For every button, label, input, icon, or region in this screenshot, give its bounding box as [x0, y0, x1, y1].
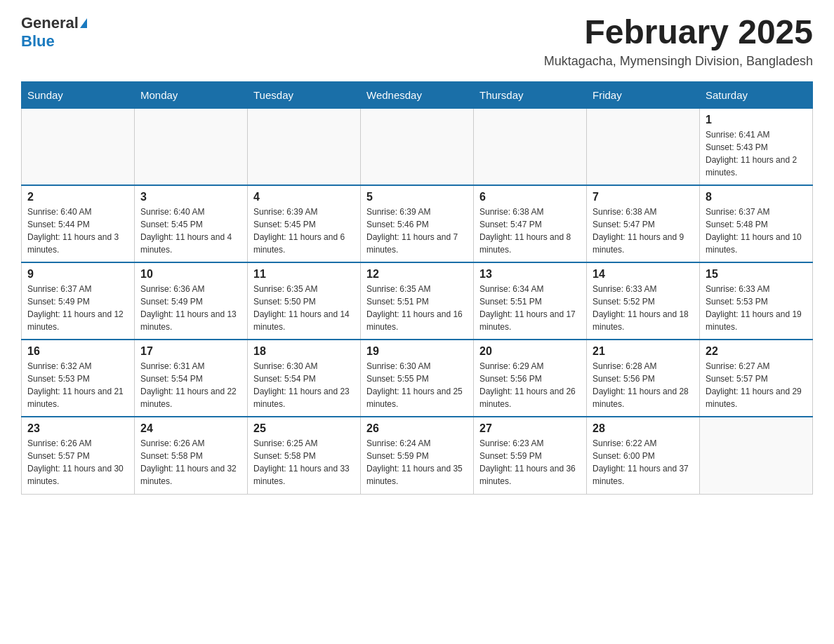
- column-header-wednesday: Wednesday: [361, 81, 474, 108]
- day-number: 12: [366, 268, 468, 281]
- calendar-cell: 5Sunrise: 6:39 AMSunset: 5:46 PMDaylight…: [361, 185, 474, 262]
- day-number: 25: [253, 422, 355, 435]
- calendar-cell: 13Sunrise: 6:34 AMSunset: 5:51 PMDayligh…: [474, 262, 587, 340]
- calendar-cell: [474, 108, 587, 185]
- day-number: 22: [706, 345, 807, 358]
- day-info: Sunrise: 6:29 AMSunset: 5:56 PMDaylight:…: [479, 360, 581, 410]
- day-info: Sunrise: 6:40 AMSunset: 5:45 PMDaylight:…: [140, 206, 241, 256]
- calendar-cell: [135, 108, 248, 185]
- day-number: 3: [140, 191, 241, 203]
- day-info: Sunrise: 6:30 AMSunset: 5:55 PMDaylight:…: [366, 360, 468, 410]
- calendar-cell: 6Sunrise: 6:38 AMSunset: 5:47 PMDaylight…: [474, 185, 587, 262]
- day-number: 19: [366, 345, 468, 358]
- day-info: Sunrise: 6:36 AMSunset: 5:49 PMDaylight:…: [140, 283, 241, 333]
- day-info: Sunrise: 6:28 AMSunset: 5:56 PMDaylight:…: [593, 360, 694, 410]
- day-info: Sunrise: 6:34 AMSunset: 5:51 PMDaylight:…: [479, 283, 581, 333]
- calendar-header-row: SundayMondayTuesdayWednesdayThursdayFrid…: [22, 81, 813, 108]
- calendar-cell: [361, 108, 474, 185]
- calendar-cell: 14Sunrise: 6:33 AMSunset: 5:52 PMDayligh…: [587, 262, 700, 340]
- calendar-cell: 7Sunrise: 6:38 AMSunset: 5:47 PMDaylight…: [587, 185, 700, 262]
- day-number: 28: [593, 422, 694, 435]
- location-text: Muktagacha, Mymensingh Division, Banglad…: [544, 54, 813, 69]
- calendar-cell: 25Sunrise: 6:25 AMSunset: 5:58 PMDayligh…: [248, 417, 361, 494]
- day-info: Sunrise: 6:27 AMSunset: 5:57 PMDaylight:…: [706, 360, 807, 410]
- day-info: Sunrise: 6:22 AMSunset: 6:00 PMDaylight:…: [593, 437, 694, 488]
- calendar-cell: 9Sunrise: 6:37 AMSunset: 5:49 PMDaylight…: [22, 262, 135, 340]
- day-number: 16: [27, 345, 128, 358]
- day-number: 21: [593, 345, 694, 358]
- day-number: 26: [366, 422, 468, 435]
- day-info: Sunrise: 6:33 AMSunset: 5:53 PMDaylight:…: [706, 283, 807, 333]
- calendar-cell: 23Sunrise: 6:26 AMSunset: 5:57 PMDayligh…: [22, 417, 135, 494]
- day-info: Sunrise: 6:31 AMSunset: 5:54 PMDaylight:…: [140, 360, 241, 410]
- calendar-cell: 26Sunrise: 6:24 AMSunset: 5:59 PMDayligh…: [361, 417, 474, 494]
- calendar-cell: 18Sunrise: 6:30 AMSunset: 5:54 PMDayligh…: [248, 340, 361, 417]
- calendar-cell: 2Sunrise: 6:40 AMSunset: 5:44 PMDaylight…: [22, 185, 135, 262]
- logo-triangle-icon: [80, 18, 87, 28]
- day-number: 15: [706, 268, 807, 281]
- calendar-cell: 20Sunrise: 6:29 AMSunset: 5:56 PMDayligh…: [474, 340, 587, 417]
- day-info: Sunrise: 6:26 AMSunset: 5:57 PMDaylight:…: [27, 437, 128, 488]
- day-info: Sunrise: 6:30 AMSunset: 5:54 PMDaylight:…: [253, 360, 355, 410]
- calendar-cell: [22, 108, 135, 185]
- calendar-week-row: 2Sunrise: 6:40 AMSunset: 5:44 PMDaylight…: [22, 185, 813, 262]
- day-number: 6: [479, 191, 581, 203]
- calendar-week-row: 1Sunrise: 6:41 AMSunset: 5:43 PMDaylight…: [22, 108, 813, 185]
- calendar-cell: 10Sunrise: 6:36 AMSunset: 5:49 PMDayligh…: [135, 262, 248, 340]
- calendar-cell: 24Sunrise: 6:26 AMSunset: 5:58 PMDayligh…: [135, 417, 248, 494]
- logo-general-text: General: [21, 14, 79, 32]
- day-number: 2: [27, 191, 128, 203]
- day-info: Sunrise: 6:38 AMSunset: 5:47 PMDaylight:…: [593, 206, 694, 256]
- title-block: February 2025 Muktagacha, Mymensingh Div…: [544, 14, 813, 69]
- column-header-monday: Monday: [135, 81, 248, 108]
- calendar-week-row: 9Sunrise: 6:37 AMSunset: 5:49 PMDaylight…: [22, 262, 813, 340]
- calendar-week-row: 16Sunrise: 6:32 AMSunset: 5:53 PMDayligh…: [22, 340, 813, 417]
- day-number: 1: [706, 114, 807, 126]
- calendar-cell: 28Sunrise: 6:22 AMSunset: 6:00 PMDayligh…: [587, 417, 700, 494]
- logo: General Blue: [21, 14, 87, 51]
- calendar-week-row: 23Sunrise: 6:26 AMSunset: 5:57 PMDayligh…: [22, 417, 813, 494]
- calendar-cell: 22Sunrise: 6:27 AMSunset: 5:57 PMDayligh…: [700, 340, 813, 417]
- logo-blue-text: Blue: [21, 32, 55, 51]
- calendar-cell: 17Sunrise: 6:31 AMSunset: 5:54 PMDayligh…: [135, 340, 248, 417]
- day-number: 17: [140, 345, 241, 358]
- day-number: 9: [27, 268, 128, 281]
- month-title: February 2025: [544, 14, 813, 51]
- day-info: Sunrise: 6:37 AMSunset: 5:48 PMDaylight:…: [706, 206, 807, 256]
- column-header-friday: Friday: [587, 81, 700, 108]
- day-info: Sunrise: 6:23 AMSunset: 5:59 PMDaylight:…: [479, 437, 581, 488]
- day-info: Sunrise: 6:40 AMSunset: 5:44 PMDaylight:…: [27, 206, 128, 256]
- calendar-cell: 8Sunrise: 6:37 AMSunset: 5:48 PMDaylight…: [700, 185, 813, 262]
- calendar-cell: 3Sunrise: 6:40 AMSunset: 5:45 PMDaylight…: [135, 185, 248, 262]
- day-info: Sunrise: 6:24 AMSunset: 5:59 PMDaylight:…: [366, 437, 468, 488]
- day-info: Sunrise: 6:26 AMSunset: 5:58 PMDaylight:…: [140, 437, 241, 488]
- day-info: Sunrise: 6:32 AMSunset: 5:53 PMDaylight:…: [27, 360, 128, 410]
- day-info: Sunrise: 6:25 AMSunset: 5:58 PMDaylight:…: [253, 437, 355, 488]
- day-number: 27: [479, 422, 581, 435]
- day-number: 11: [253, 268, 355, 281]
- calendar-cell: 1Sunrise: 6:41 AMSunset: 5:43 PMDaylight…: [700, 108, 813, 185]
- calendar-cell: 4Sunrise: 6:39 AMSunset: 5:45 PMDaylight…: [248, 185, 361, 262]
- calendar-cell: 19Sunrise: 6:30 AMSunset: 5:55 PMDayligh…: [361, 340, 474, 417]
- column-header-tuesday: Tuesday: [248, 81, 361, 108]
- day-number: 4: [253, 191, 355, 203]
- day-info: Sunrise: 6:35 AMSunset: 5:51 PMDaylight:…: [366, 283, 468, 333]
- calendar-cell: 15Sunrise: 6:33 AMSunset: 5:53 PMDayligh…: [700, 262, 813, 340]
- calendar-cell: 21Sunrise: 6:28 AMSunset: 5:56 PMDayligh…: [587, 340, 700, 417]
- column-header-sunday: Sunday: [22, 81, 135, 108]
- day-number: 18: [253, 345, 355, 358]
- calendar-table: SundayMondayTuesdayWednesdayThursdayFrid…: [21, 81, 813, 495]
- day-info: Sunrise: 6:39 AMSunset: 5:46 PMDaylight:…: [366, 206, 468, 256]
- calendar-cell: [248, 108, 361, 185]
- day-number: 14: [593, 268, 694, 281]
- calendar-cell: 12Sunrise: 6:35 AMSunset: 5:51 PMDayligh…: [361, 262, 474, 340]
- day-info: Sunrise: 6:38 AMSunset: 5:47 PMDaylight:…: [479, 206, 581, 256]
- calendar-cell: [587, 108, 700, 185]
- day-number: 8: [706, 191, 807, 203]
- day-number: 13: [479, 268, 581, 281]
- day-number: 23: [27, 422, 128, 435]
- day-info: Sunrise: 6:37 AMSunset: 5:49 PMDaylight:…: [27, 283, 128, 333]
- day-number: 10: [140, 268, 241, 281]
- calendar-cell: [700, 417, 813, 494]
- calendar-cell: 16Sunrise: 6:32 AMSunset: 5:53 PMDayligh…: [22, 340, 135, 417]
